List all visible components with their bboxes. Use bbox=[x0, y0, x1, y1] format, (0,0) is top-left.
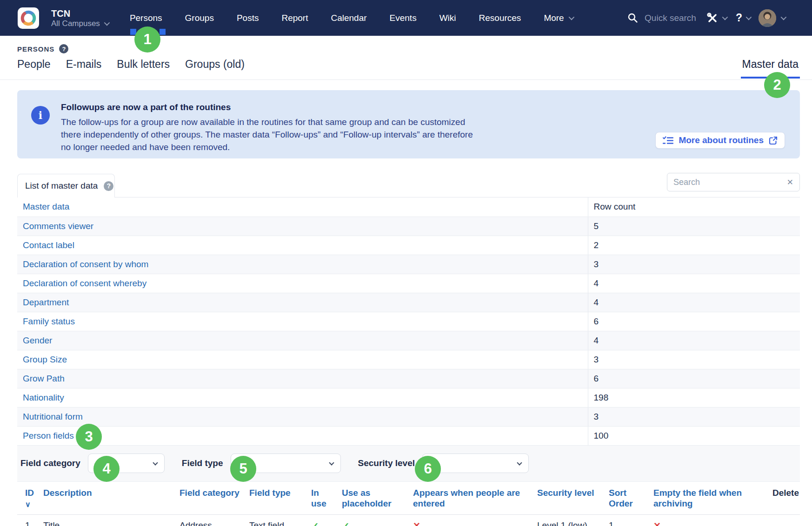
row-count-value: 3 bbox=[588, 255, 800, 274]
master-data-link[interactable]: Department bbox=[17, 293, 588, 312]
brand-block: TCN All Campuses bbox=[51, 8, 108, 28]
column-header-field-type[interactable]: Field type bbox=[246, 482, 307, 515]
field-category-value[interactable]: Address bbox=[176, 514, 246, 526]
sort-order-value: 1 bbox=[605, 514, 650, 526]
page-tabs: People E-mails Bulk letters Groups (old) bbox=[17, 58, 245, 71]
tab-emails[interactable]: E-mails bbox=[66, 58, 102, 71]
nav-item-calendar[interactable]: Calendar bbox=[331, 13, 366, 23]
security-level-label: Security level bbox=[358, 458, 415, 468]
search-icon[interactable] bbox=[627, 12, 639, 24]
row-count-value: 6 bbox=[588, 312, 800, 331]
table-row: Nutritional form 3 bbox=[17, 407, 800, 426]
clear-search-icon[interactable]: ✕ bbox=[783, 178, 793, 187]
chevron-down-icon[interactable] bbox=[781, 14, 787, 20]
column-header-in-use[interactable]: In use bbox=[307, 482, 338, 515]
checklist-icon bbox=[663, 136, 673, 145]
nav-item-persons[interactable]: Persons bbox=[130, 13, 162, 23]
section-help-icon[interactable]: ? bbox=[59, 44, 68, 53]
column-header-use-as-placeholder[interactable]: Use as placeholder bbox=[338, 482, 409, 515]
row-count-value: 6 bbox=[588, 369, 800, 388]
master-data-link[interactable]: Nutritional form bbox=[17, 407, 588, 426]
campus-selector[interactable]: All Campuses bbox=[51, 19, 108, 28]
list-tab-label: List of master data bbox=[25, 181, 98, 191]
quick-search-input[interactable]: Quick search bbox=[645, 13, 696, 23]
column-header-master-data[interactable]: Master data bbox=[17, 197, 588, 217]
chevron-down-icon[interactable] bbox=[746, 14, 752, 20]
tab-bulk-letters[interactable]: Bulk letters bbox=[117, 58, 170, 71]
field-type-value[interactable]: Text field bbox=[246, 514, 307, 526]
row-count-value: 2 bbox=[588, 236, 800, 255]
master-data-link[interactable]: Gender bbox=[17, 331, 588, 350]
column-header-appears-when-entered[interactable]: Appears when people are entered bbox=[409, 482, 533, 515]
row-count-value: 100 bbox=[588, 426, 800, 445]
annotation-marker-1: 1 bbox=[134, 26, 160, 53]
help-menu[interactable]: ? bbox=[736, 12, 742, 24]
field-description-link[interactable]: Title bbox=[40, 514, 176, 526]
table-row: Person fields 100 bbox=[17, 426, 800, 445]
chevron-down-icon bbox=[329, 460, 334, 465]
master-data-link[interactable]: Declaration of consent whereby bbox=[17, 274, 588, 293]
table-row: Group Size 3 bbox=[17, 350, 800, 369]
master-data-link[interactable]: Family status bbox=[17, 312, 588, 331]
security-level-value[interactable]: Level 1 (low) bbox=[533, 514, 605, 526]
table-row: Declaration of consent by whom 3 bbox=[17, 255, 800, 274]
nav-item-posts[interactable]: Posts bbox=[237, 13, 259, 23]
more-about-routines-button[interactable]: More about routines bbox=[655, 132, 785, 149]
tab-people[interactable]: People bbox=[17, 58, 51, 71]
list-tab-help-icon[interactable]: ? bbox=[104, 181, 113, 191]
nav-item-wiki[interactable]: Wiki bbox=[439, 13, 456, 23]
row-count-value: 4 bbox=[588, 331, 800, 350]
nav-item-events[interactable]: Events bbox=[390, 13, 417, 23]
master-data-link[interactable]: Grow Path bbox=[17, 369, 588, 388]
row-count-value: 4 bbox=[588, 274, 800, 293]
chevron-down-icon bbox=[153, 460, 158, 465]
app-logo[interactable] bbox=[18, 7, 39, 29]
list-of-master-data-tab[interactable]: List of master data ? bbox=[17, 174, 115, 197]
section-label: PERSONS bbox=[17, 45, 54, 53]
chevron-down-icon bbox=[104, 20, 110, 26]
check-icon: ✓ bbox=[311, 521, 319, 526]
external-link-icon bbox=[769, 136, 778, 145]
list-tab-row: List of master data ? ✕ bbox=[17, 174, 800, 197]
search-input[interactable] bbox=[673, 178, 783, 187]
column-header-field-category[interactable]: Field category bbox=[176, 482, 246, 515]
chevron-down-icon bbox=[517, 460, 522, 465]
id-header-label: ID bbox=[25, 488, 34, 498]
cross-icon: ✕ bbox=[413, 521, 420, 526]
pinwheel-logo-icon bbox=[20, 9, 37, 27]
column-header-description[interactable]: Description bbox=[40, 482, 176, 515]
check-icon: ✓ bbox=[342, 521, 350, 526]
chevron-down-icon[interactable] bbox=[722, 14, 728, 20]
avatar[interactable] bbox=[759, 9, 776, 27]
info-banner: i Followups are now a part of the routin… bbox=[17, 90, 800, 158]
column-header-security-level[interactable]: Security level bbox=[533, 482, 605, 515]
nav-item-report[interactable]: Report bbox=[281, 13, 308, 23]
master-data-link[interactable]: Declaration of consent by whom bbox=[17, 255, 588, 274]
master-data-link[interactable]: Group Size bbox=[17, 350, 588, 369]
main-nav: Persons Groups Posts Report Calendar Eve… bbox=[130, 13, 573, 23]
master-data-link[interactable]: Nationality bbox=[17, 388, 588, 407]
master-data-link[interactable]: Contact label bbox=[17, 236, 588, 255]
navbar-right: Quick search ? bbox=[627, 9, 785, 27]
banner-text: Followups are now a part of the routines… bbox=[61, 102, 477, 158]
column-header-delete: Delete bbox=[761, 482, 800, 515]
nav-item-resources[interactable]: Resources bbox=[479, 13, 521, 23]
more-about-routines-label: More about routines bbox=[679, 135, 764, 145]
master-data-link-person-fields[interactable]: Person fields bbox=[17, 426, 588, 445]
banner-body: The follow-ups for a group are now avail… bbox=[61, 116, 477, 153]
tab-groups-old[interactable]: Groups (old) bbox=[185, 58, 245, 71]
selection-handle bbox=[160, 29, 166, 35]
sort-descending-icon[interactable]: ∨ bbox=[25, 499, 36, 510]
column-header-empty-when-archiving[interactable]: Empty the field when archiving bbox=[650, 482, 761, 515]
table-row: Family status 6 bbox=[17, 312, 800, 331]
column-header-id[interactable]: ID ∨ bbox=[17, 482, 40, 515]
table-row: Gender 4 bbox=[17, 331, 800, 350]
table-row: Declaration of consent whereby 4 bbox=[17, 274, 800, 293]
nav-item-more[interactable]: More bbox=[544, 13, 572, 23]
field-type-label: Field type bbox=[182, 458, 223, 468]
nav-item-groups[interactable]: Groups bbox=[185, 13, 214, 23]
column-header-sort-order[interactable]: Sort Order bbox=[605, 482, 650, 515]
table-search-box: ✕ bbox=[667, 173, 800, 191]
admin-tools-icon[interactable] bbox=[706, 12, 719, 24]
master-data-link[interactable]: Comments viewer bbox=[17, 217, 588, 236]
